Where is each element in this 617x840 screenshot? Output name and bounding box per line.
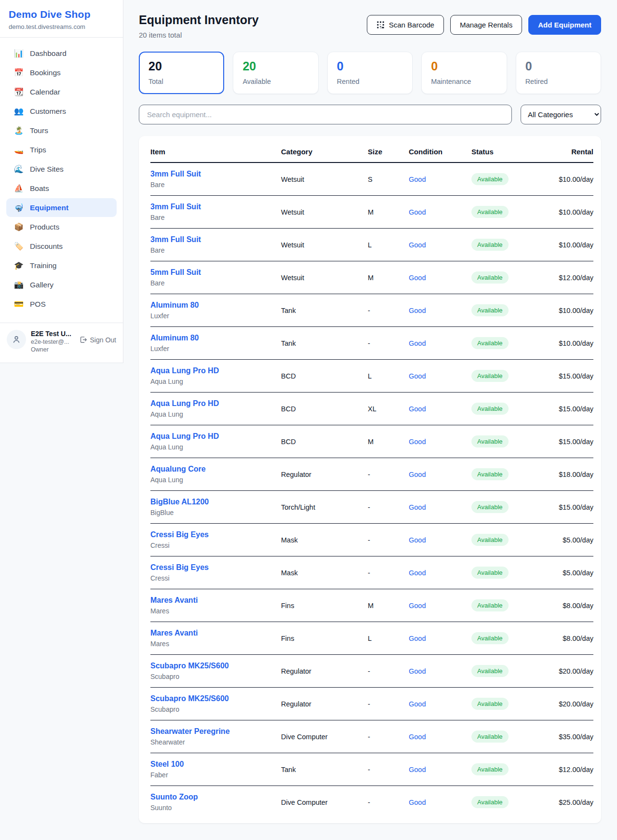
equipment-row: Aluminum 80 Luxfer Tank - Good Available… <box>150 294 593 327</box>
status-badge: Available <box>471 796 509 808</box>
sidebar-item-gallery[interactable]: 📸 Gallery <box>6 275 117 294</box>
stat-card-retired[interactable]: 0 Retired <box>516 52 601 94</box>
nav-item-icon: 🤿 <box>14 203 24 212</box>
column-header-rental: Rental <box>541 139 593 163</box>
equipment-row: Steel 100 Faber Tank - Good Available $1… <box>150 753 593 786</box>
stat-value: 20 <box>242 59 308 73</box>
item-name-link[interactable]: Aluminum 80 <box>150 301 281 310</box>
item-name-link[interactable]: Steel 100 <box>150 760 281 769</box>
item-name-link[interactable]: Mares Avanti <box>150 596 281 605</box>
sidebar-item-products[interactable]: 📦 Products <box>6 217 117 236</box>
sign-out-button[interactable]: Sign Out <box>79 336 116 344</box>
search-input[interactable] <box>139 105 512 124</box>
sidebar-item-equipment[interactable]: 🤿 Equipment <box>6 198 117 217</box>
item-name-link[interactable]: BigBlue AL1200 <box>150 498 281 506</box>
sidebar-item-training[interactable]: 🎓 Training <box>6 256 117 275</box>
item-name-link[interactable]: Aqua Lung Pro HD <box>150 432 281 441</box>
shop-name[interactable]: Demo Dive Shop <box>9 9 114 20</box>
item-condition-link[interactable]: Good <box>409 503 426 511</box>
add-equipment-button[interactable]: Add Equipment <box>528 15 601 35</box>
stat-card-total[interactable]: 20 Total <box>139 52 224 94</box>
item-category: Tank <box>281 753 368 786</box>
person-icon <box>12 335 21 344</box>
sidebar-item-discounts[interactable]: 🏷️ Discounts <box>6 237 117 256</box>
item-condition-link[interactable]: Good <box>409 405 426 413</box>
item-condition-link[interactable]: Good <box>409 799 426 806</box>
item-condition-link[interactable]: Good <box>409 733 426 741</box>
item-condition-link[interactable]: Good <box>409 602 426 610</box>
item-condition-link[interactable]: Good <box>409 700 426 708</box>
item-condition-link[interactable]: Good <box>409 635 426 642</box>
nav-item-icon: 📊 <box>14 49 24 58</box>
item-category: Fins <box>281 589 368 622</box>
item-size: - <box>368 327 409 360</box>
status-badge: Available <box>471 239 509 251</box>
item-condition-link[interactable]: Good <box>409 307 426 314</box>
item-name-link[interactable]: Shearwater Peregrine <box>150 727 281 736</box>
sidebar-item-calendar[interactable]: 📆 Calendar <box>6 82 117 101</box>
item-condition-link[interactable]: Good <box>409 667 426 675</box>
page-header: Equipment Inventory 20 items total Scan … <box>139 13 601 39</box>
item-name-link[interactable]: Scubapro MK25/S600 <box>150 694 281 703</box>
sidebar-item-customers[interactable]: 👥 Customers <box>6 102 117 121</box>
sidebar-item-dive-sites[interactable]: 🌊 Dive Sites <box>6 160 117 178</box>
item-name-link[interactable]: Aqualung Core <box>150 465 281 474</box>
item-name-link[interactable]: Suunto Zoop <box>150 793 281 801</box>
nav-item-label: Trips <box>30 146 46 154</box>
equipment-row: Scubapro MK25/S600 Scubapro Regulator - … <box>150 688 593 720</box>
equipment-row: Aqua Lung Pro HD Aqua Lung BCD XL Good A… <box>150 393 593 425</box>
nav-item-icon: 👥 <box>14 107 24 116</box>
item-condition-link[interactable]: Good <box>409 176 426 183</box>
item-condition-link[interactable]: Good <box>409 569 426 577</box>
item-condition-link[interactable]: Good <box>409 339 426 347</box>
manage-rentals-button[interactable]: Manage Rentals <box>450 15 522 35</box>
item-condition-link[interactable]: Good <box>409 372 426 380</box>
stat-card-rented[interactable]: 0 Rented <box>327 52 413 94</box>
item-name-link[interactable]: Aqua Lung Pro HD <box>150 366 281 375</box>
item-name-link[interactable]: 3mm Full Suit <box>150 203 281 211</box>
page-title-block: Equipment Inventory 20 items total <box>139 13 259 39</box>
nav-item-icon: 📸 <box>14 280 24 289</box>
sidebar-item-pos[interactable]: 💳 POS <box>6 295 117 313</box>
item-condition-link[interactable]: Good <box>409 274 426 282</box>
item-condition-link[interactable]: Good <box>409 471 426 478</box>
item-category: Wetsuit <box>281 196 368 229</box>
sidebar-item-trips[interactable]: 🚤 Trips <box>6 140 117 159</box>
stat-value: 0 <box>431 59 497 73</box>
item-brand: Cressi <box>150 574 281 582</box>
item-name-link[interactable]: Cressi Big Eyes <box>150 563 281 572</box>
category-select[interactable]: All Categories <box>521 105 601 124</box>
item-condition-link[interactable]: Good <box>409 536 426 544</box>
item-rental-rate: $10.00/day <box>541 196 593 229</box>
sidebar-item-boats[interactable]: ⛵ Boats <box>6 179 117 198</box>
scan-barcode-button[interactable]: Scan Barcode <box>367 15 444 35</box>
item-name-link[interactable]: 3mm Full Suit <box>150 235 281 244</box>
sidebar-item-tours[interactable]: 🏝️ Tours <box>6 121 117 140</box>
item-name-link[interactable]: Aluminum 80 <box>150 334 281 342</box>
item-size: XL <box>368 393 409 425</box>
item-condition-link[interactable]: Good <box>409 438 426 446</box>
stat-card-available[interactable]: 20 Available <box>233 52 318 94</box>
items-total-count: 20 items total <box>139 31 259 39</box>
item-name-link[interactable]: Mares Avanti <box>150 629 281 637</box>
item-condition-link[interactable]: Good <box>409 766 426 773</box>
item-name-link[interactable]: Aqua Lung Pro HD <box>150 399 281 408</box>
item-name-link[interactable]: 5mm Full Suit <box>150 268 281 277</box>
item-name-link[interactable]: 3mm Full Suit <box>150 170 281 178</box>
stat-card-maintenance[interactable]: 0 Maintenance <box>421 52 507 94</box>
manage-rentals-label: Manage Rentals <box>460 21 512 29</box>
item-rental-rate: $10.00/day <box>541 294 593 327</box>
sidebar-item-bookings[interactable]: 📅 Bookings <box>6 63 117 82</box>
item-name-link[interactable]: Cressi Big Eyes <box>150 530 281 539</box>
item-category: Fins <box>281 622 368 655</box>
item-condition-link[interactable]: Good <box>409 208 426 216</box>
status-badge: Available <box>471 599 509 611</box>
item-brand: Bare <box>150 246 281 254</box>
item-rental-rate: $15.00/day <box>541 491 593 524</box>
sidebar-item-dashboard[interactable]: 📊 Dashboard <box>6 44 117 63</box>
item-rental-rate: $8.00/day <box>541 622 593 655</box>
item-condition-link[interactable]: Good <box>409 241 426 249</box>
item-name-link[interactable]: Scubapro MK25/S600 <box>150 662 281 670</box>
sign-out-icon <box>79 336 87 344</box>
nav-item-label: Customers <box>30 107 66 116</box>
